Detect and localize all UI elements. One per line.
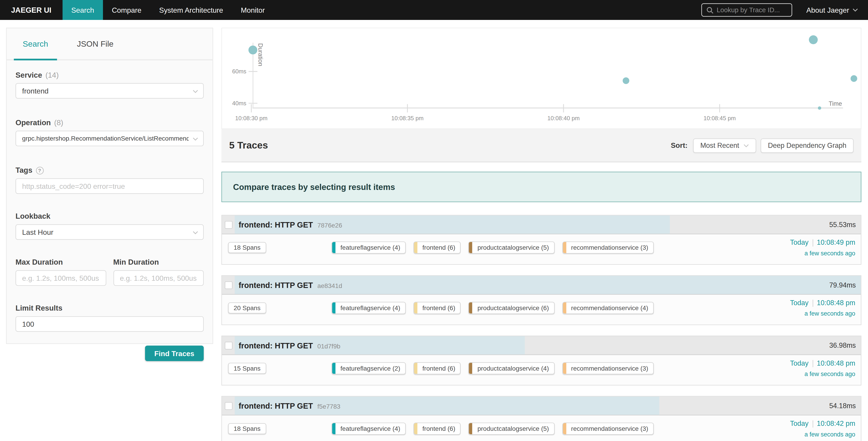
min-duration-box[interactable] — [113, 270, 204, 286]
trace-timestamp: Today 10:08:42 pm a few seconds ago — [790, 420, 855, 437]
service-chip: featureflagservice (2) — [332, 362, 406, 375]
trace-timestamp: Today 10:08:48 pm a few seconds ago — [790, 299, 855, 317]
compare-banner-text: Compare traces by selecting result items — [233, 182, 395, 192]
limit-results-box[interactable] — [16, 316, 204, 332]
max-duration-box[interactable] — [16, 270, 106, 286]
trace-id: 01d7f9b — [317, 342, 341, 349]
service-select[interactable]: frontend — [16, 83, 204, 99]
service-color-strip — [563, 423, 566, 434]
trace-title: frontend: HTTP GET — [239, 281, 313, 289]
service-chip: productcatalogservice (5) — [469, 423, 555, 435]
operation-select[interactable]: grpc.hipstershop.RecommendationService/L… — [16, 130, 204, 146]
service-chip: recommendationservice (3) — [562, 241, 654, 254]
service-chip: featureflagservice (4) — [332, 423, 406, 435]
trace-timestamp: Today 10:08:49 pm a few seconds ago — [790, 239, 855, 256]
nav-item-monitor[interactable]: Monitor — [232, 0, 274, 20]
page: JAEGER UI Search Compare System Architec… — [0, 0, 868, 441]
trace-link[interactable]: frontend: HTTP GET ae8341d 79.94ms — [222, 276, 861, 295]
nav-right: About Jaeger — [701, 0, 868, 20]
trace-lookup-input[interactable] — [717, 6, 783, 14]
service-color-strip — [469, 423, 472, 434]
about-jaeger-menu[interactable]: About Jaeger — [806, 6, 858, 14]
service-color-strip — [414, 423, 417, 434]
nav-item-compare[interactable]: Compare — [103, 0, 150, 20]
tab-search[interactable]: Search — [14, 39, 57, 48]
trace-lookup-box[interactable] — [701, 3, 792, 17]
trace-title: frontend: HTTP GET — [239, 220, 313, 229]
trace-checkbox[interactable] — [225, 221, 232, 229]
search-icon — [706, 6, 713, 13]
span-count-chip: 15 Spans — [228, 363, 266, 374]
trace-duration: 36.98ms — [829, 336, 856, 355]
span-count-chip: 18 Spans — [228, 242, 266, 253]
help-icon[interactable]: ? — [36, 167, 43, 174]
trace-checkbox[interactable] — [225, 402, 232, 410]
service-chip: featureflagservice (4) — [332, 241, 406, 254]
service-color-strip — [563, 363, 566, 374]
trace-relative-time: a few seconds ago — [790, 310, 855, 317]
trace-checkbox[interactable] — [225, 342, 232, 349]
tags-input[interactable] — [22, 182, 197, 190]
separator — [812, 239, 813, 246]
duration-scatter-chart[interactable]: 60ms40ms10:08:30 pm10:08:35 pm10:08:40 p… — [221, 28, 862, 129]
svg-text:10:08:45 pm: 10:08:45 pm — [704, 115, 736, 121]
service-chip: recommendationservice (3) — [562, 423, 654, 435]
separator — [812, 420, 813, 428]
max-duration-input[interactable] — [22, 274, 99, 282]
limit-results-input[interactable] — [22, 320, 197, 328]
trace-id: 7876e26 — [317, 221, 342, 229]
trace-id: f5e7783 — [317, 402, 341, 410]
deep-dependency-graph-button[interactable]: Deep Dependency Graph — [761, 138, 854, 153]
trace-result-card: frontend: HTTP GET 7876e26 55.53ms 18 Sp… — [221, 215, 862, 265]
find-traces-button[interactable]: Find Traces — [145, 346, 204, 361]
service-chip: frontend (6) — [414, 362, 461, 375]
tab-json-file[interactable]: JSON File — [68, 39, 122, 48]
content: Search JSON File Service (14) frontend — [0, 20, 868, 441]
separator — [812, 299, 813, 306]
trace-date: Today — [790, 420, 808, 428]
service-color-strip — [469, 302, 472, 314]
trace-checkbox[interactable] — [225, 282, 232, 289]
search-sidebar: Search JSON File Service (14) frontend — [6, 28, 213, 344]
separator — [812, 360, 813, 367]
nav-item-search[interactable]: Search — [62, 0, 103, 20]
chevron-down-icon — [744, 144, 749, 147]
svg-text:10:08:40 pm: 10:08:40 pm — [547, 115, 580, 121]
trace-timestamp: Today 10:08:48 pm a few seconds ago — [790, 359, 855, 377]
svg-text:Time: Time — [829, 100, 842, 107]
min-duration-input[interactable] — [120, 274, 197, 282]
svg-text:40ms: 40ms — [232, 100, 246, 107]
svg-text:Duration: Duration — [257, 43, 264, 66]
service-chip: productcatalogservice (4) — [469, 362, 555, 375]
trace-relative-time: a few seconds ago — [790, 431, 855, 437]
trace-title: frontend: HTTP GET — [239, 401, 313, 410]
trace-result-card: frontend: HTTP GET 01d7f9b 36.98ms 15 Sp… — [221, 336, 862, 385]
trace-link[interactable]: frontend: HTTP GET 01d7f9b 36.98ms — [222, 336, 861, 355]
service-color-strip — [332, 423, 336, 434]
trace-time: 10:08:49 pm — [817, 239, 855, 246]
service-chip: recommendationservice (3) — [562, 362, 654, 375]
trace-count: 5 Traces — [229, 140, 268, 151]
service-color-strip — [563, 242, 566, 253]
chevron-down-icon — [192, 231, 198, 234]
service-color-strip — [469, 363, 472, 374]
service-color-strip — [332, 302, 336, 314]
service-chip: productcatalogservice (6) — [469, 302, 555, 314]
active-tab-indicator — [14, 59, 57, 60]
service-chip: productcatalogservice (5) — [469, 241, 555, 254]
trace-relative-time: a few seconds ago — [790, 250, 855, 256]
trace-result-card: frontend: HTTP GET ae8341d 79.94ms 20 Sp… — [221, 275, 862, 325]
nav-item-system-architecture[interactable]: System Architecture — [150, 0, 232, 20]
lookback-select[interactable]: Last Hour — [16, 224, 204, 240]
results-header: 5 Traces Sort: Most Recent Deep Dependen… — [221, 129, 862, 162]
trace-time: 10:08:48 pm — [817, 299, 855, 307]
svg-text:10:08:30 pm: 10:08:30 pm — [235, 115, 268, 121]
trace-link[interactable]: frontend: HTTP GET 7876e26 55.53ms — [222, 215, 861, 234]
max-duration-label: Max Duration — [16, 258, 106, 266]
tags-input-box[interactable] — [16, 178, 204, 194]
sort-select[interactable]: Most Recent — [693, 138, 756, 153]
svg-text:60ms: 60ms — [232, 68, 246, 75]
sort-label: Sort: — [671, 141, 687, 150]
top-nav: JAEGER UI Search Compare System Architec… — [0, 0, 868, 20]
trace-link[interactable]: frontend: HTTP GET f5e7783 54.18ms — [222, 396, 861, 415]
